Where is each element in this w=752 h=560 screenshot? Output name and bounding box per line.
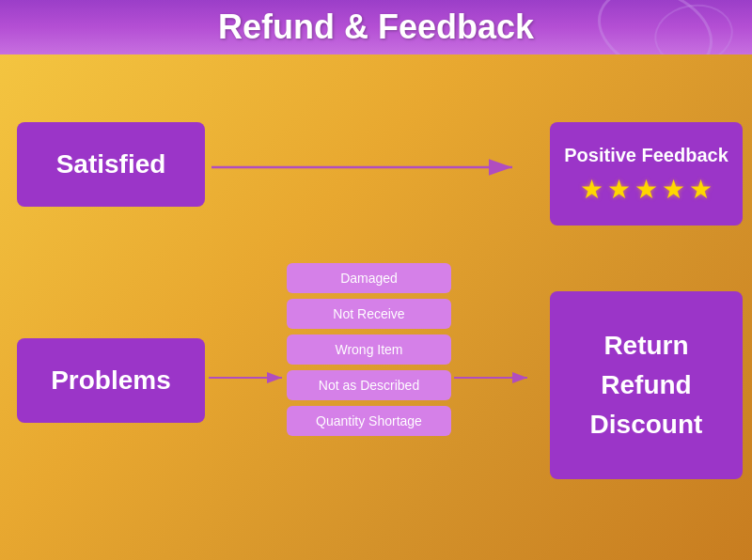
header-bar: Refund & Feedback xyxy=(0,0,752,54)
arrow-problems xyxy=(209,366,293,389)
stars-row: ★ ★ ★ ★ ★ xyxy=(580,174,713,205)
items-list: Damaged Not Receive Wrong Item Not as De… xyxy=(287,263,451,436)
item-wrong-item: Wrong Item xyxy=(287,334,451,365)
star-1: ★ xyxy=(580,174,603,205)
problems-box: Problems xyxy=(17,338,205,423)
problems-label: Problems xyxy=(51,366,171,396)
return-refund-box: Return Refund Discount xyxy=(550,291,743,479)
satisfied-box: Satisfied xyxy=(17,122,205,207)
arrow-satisfied xyxy=(212,153,531,181)
star-3: ★ xyxy=(634,174,658,205)
positive-feedback-box: Positive Feedback ★ ★ ★ ★ ★ xyxy=(550,122,743,226)
discount-line: Discount xyxy=(590,405,703,444)
star-2: ★ xyxy=(607,174,631,205)
item-not-receive: Not Receive xyxy=(287,299,451,329)
item-damaged: Damaged xyxy=(287,263,451,293)
star-4: ★ xyxy=(662,174,685,205)
arrow-items xyxy=(454,366,539,389)
return-refund-label: Return Refund Discount xyxy=(590,326,703,444)
item-not-as-described: Not as Described xyxy=(287,370,451,400)
refund-line: Refund xyxy=(590,366,703,405)
positive-feedback-label: Positive Feedback xyxy=(564,144,728,166)
item-quantity-shortage: Quantity Shortage xyxy=(287,406,451,436)
satisfied-label: Satisfied xyxy=(56,149,166,179)
main-container: Refund & Feedback Satisfied Positive Fee… xyxy=(0,0,752,560)
star-5: ★ xyxy=(689,174,713,205)
return-line: Return xyxy=(590,326,703,366)
page-title: Refund & Feedback xyxy=(218,8,534,47)
